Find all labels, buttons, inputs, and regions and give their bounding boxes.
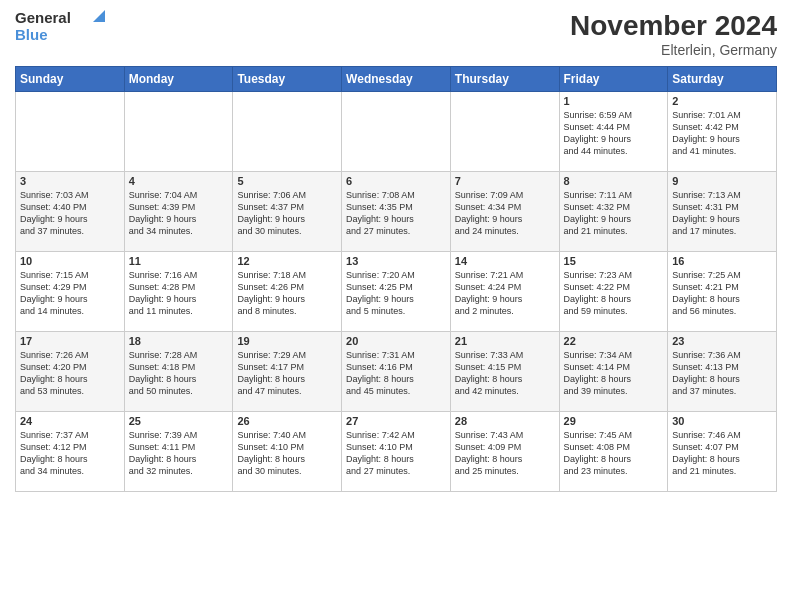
day-info: Sunrise: 7:37 AM Sunset: 4:12 PM Dayligh… (20, 429, 120, 478)
day-number: 18 (129, 335, 229, 347)
location: Elterlein, Germany (570, 42, 777, 58)
day-info: Sunrise: 7:25 AM Sunset: 4:21 PM Dayligh… (672, 269, 772, 318)
day-number: 14 (455, 255, 555, 267)
day-number: 4 (129, 175, 229, 187)
day-number: 13 (346, 255, 446, 267)
day-number: 19 (237, 335, 337, 347)
logo: General Blue (15, 10, 105, 54)
header-sunday: Sunday (16, 67, 125, 92)
cell-w4-d3: 19Sunrise: 7:29 AM Sunset: 4:17 PM Dayli… (233, 332, 342, 412)
week-row-5: 24Sunrise: 7:37 AM Sunset: 4:12 PM Dayli… (16, 412, 777, 492)
calendar: SundayMondayTuesdayWednesdayThursdayFrid… (15, 66, 777, 492)
day-number: 30 (672, 415, 772, 427)
day-info: Sunrise: 7:15 AM Sunset: 4:29 PM Dayligh… (20, 269, 120, 318)
day-number: 11 (129, 255, 229, 267)
day-number: 3 (20, 175, 120, 187)
day-info: Sunrise: 7:06 AM Sunset: 4:37 PM Dayligh… (237, 189, 337, 238)
day-number: 26 (237, 415, 337, 427)
day-info: Sunrise: 7:43 AM Sunset: 4:09 PM Dayligh… (455, 429, 555, 478)
cell-w3-d2: 11Sunrise: 7:16 AM Sunset: 4:28 PM Dayli… (124, 252, 233, 332)
cell-w2-d1: 3Sunrise: 7:03 AM Sunset: 4:40 PM Daylig… (16, 172, 125, 252)
cell-w5-d7: 30Sunrise: 7:46 AM Sunset: 4:07 PM Dayli… (668, 412, 777, 492)
logo-block: General Blue (15, 10, 105, 54)
day-info: Sunrise: 7:04 AM Sunset: 4:39 PM Dayligh… (129, 189, 229, 238)
title-section: November 2024 Elterlein, Germany (570, 10, 777, 58)
day-info: Sunrise: 7:20 AM Sunset: 4:25 PM Dayligh… (346, 269, 446, 318)
day-info: Sunrise: 7:28 AM Sunset: 4:18 PM Dayligh… (129, 349, 229, 398)
header-thursday: Thursday (450, 67, 559, 92)
day-info: Sunrise: 7:40 AM Sunset: 4:10 PM Dayligh… (237, 429, 337, 478)
cell-w5-d3: 26Sunrise: 7:40 AM Sunset: 4:10 PM Dayli… (233, 412, 342, 492)
day-number: 15 (564, 255, 664, 267)
day-number: 7 (455, 175, 555, 187)
day-info: Sunrise: 7:31 AM Sunset: 4:16 PM Dayligh… (346, 349, 446, 398)
cell-w4-d7: 23Sunrise: 7:36 AM Sunset: 4:13 PM Dayli… (668, 332, 777, 412)
day-info: Sunrise: 7:13 AM Sunset: 4:31 PM Dayligh… (672, 189, 772, 238)
day-info: Sunrise: 7:23 AM Sunset: 4:22 PM Dayligh… (564, 269, 664, 318)
day-number: 28 (455, 415, 555, 427)
page: General Blue November 2024 Elterlein, Ge… (0, 0, 792, 612)
cell-w4-d6: 22Sunrise: 7:34 AM Sunset: 4:14 PM Dayli… (559, 332, 668, 412)
week-row-3: 10Sunrise: 7:15 AM Sunset: 4:29 PM Dayli… (16, 252, 777, 332)
day-number: 10 (20, 255, 120, 267)
day-number: 22 (564, 335, 664, 347)
day-number: 1 (564, 95, 664, 107)
day-number: 21 (455, 335, 555, 347)
day-info: Sunrise: 7:16 AM Sunset: 4:28 PM Dayligh… (129, 269, 229, 318)
cell-w4-d2: 18Sunrise: 7:28 AM Sunset: 4:18 PM Dayli… (124, 332, 233, 412)
day-number: 12 (237, 255, 337, 267)
cell-w3-d5: 14Sunrise: 7:21 AM Sunset: 4:24 PM Dayli… (450, 252, 559, 332)
day-number: 6 (346, 175, 446, 187)
cell-w2-d5: 7Sunrise: 7:09 AM Sunset: 4:34 PM Daylig… (450, 172, 559, 252)
week-row-2: 3Sunrise: 7:03 AM Sunset: 4:40 PM Daylig… (16, 172, 777, 252)
day-info: Sunrise: 7:26 AM Sunset: 4:20 PM Dayligh… (20, 349, 120, 398)
cell-w2-d2: 4Sunrise: 7:04 AM Sunset: 4:39 PM Daylig… (124, 172, 233, 252)
day-info: Sunrise: 7:21 AM Sunset: 4:24 PM Dayligh… (455, 269, 555, 318)
day-info: Sunrise: 7:08 AM Sunset: 4:35 PM Dayligh… (346, 189, 446, 238)
header: General Blue November 2024 Elterlein, Ge… (15, 10, 777, 58)
day-info: Sunrise: 7:36 AM Sunset: 4:13 PM Dayligh… (672, 349, 772, 398)
month-title: November 2024 (570, 10, 777, 42)
day-number: 25 (129, 415, 229, 427)
cell-w3-d4: 13Sunrise: 7:20 AM Sunset: 4:25 PM Dayli… (342, 252, 451, 332)
day-number: 5 (237, 175, 337, 187)
cell-w2-d6: 8Sunrise: 7:11 AM Sunset: 4:32 PM Daylig… (559, 172, 668, 252)
header-saturday: Saturday (668, 67, 777, 92)
day-info: Sunrise: 7:46 AM Sunset: 4:07 PM Dayligh… (672, 429, 772, 478)
day-info: Sunrise: 7:34 AM Sunset: 4:14 PM Dayligh… (564, 349, 664, 398)
day-info: Sunrise: 7:03 AM Sunset: 4:40 PM Dayligh… (20, 189, 120, 238)
day-info: Sunrise: 7:29 AM Sunset: 4:17 PM Dayligh… (237, 349, 337, 398)
header-tuesday: Tuesday (233, 67, 342, 92)
cell-w4-d1: 17Sunrise: 7:26 AM Sunset: 4:20 PM Dayli… (16, 332, 125, 412)
header-monday: Monday (124, 67, 233, 92)
day-info: Sunrise: 7:11 AM Sunset: 4:32 PM Dayligh… (564, 189, 664, 238)
header-friday: Friday (559, 67, 668, 92)
cell-w5-d6: 29Sunrise: 7:45 AM Sunset: 4:08 PM Dayli… (559, 412, 668, 492)
cell-w4-d5: 21Sunrise: 7:33 AM Sunset: 4:15 PM Dayli… (450, 332, 559, 412)
cell-w1-d3 (233, 92, 342, 172)
day-number: 16 (672, 255, 772, 267)
header-wednesday: Wednesday (342, 67, 451, 92)
day-number: 17 (20, 335, 120, 347)
day-number: 8 (564, 175, 664, 187)
day-number: 9 (672, 175, 772, 187)
cell-w3-d1: 10Sunrise: 7:15 AM Sunset: 4:29 PM Dayli… (16, 252, 125, 332)
cell-w5-d4: 27Sunrise: 7:42 AM Sunset: 4:10 PM Dayli… (342, 412, 451, 492)
cell-w2-d7: 9Sunrise: 7:13 AM Sunset: 4:31 PM Daylig… (668, 172, 777, 252)
cell-w2-d4: 6Sunrise: 7:08 AM Sunset: 4:35 PM Daylig… (342, 172, 451, 252)
cell-w1-d7: 2Sunrise: 7:01 AM Sunset: 4:42 PM Daylig… (668, 92, 777, 172)
calendar-header-row: SundayMondayTuesdayWednesdayThursdayFrid… (16, 67, 777, 92)
day-info: Sunrise: 7:42 AM Sunset: 4:10 PM Dayligh… (346, 429, 446, 478)
cell-w3-d6: 15Sunrise: 7:23 AM Sunset: 4:22 PM Dayli… (559, 252, 668, 332)
day-number: 24 (20, 415, 120, 427)
day-info: Sunrise: 7:01 AM Sunset: 4:42 PM Dayligh… (672, 109, 772, 158)
cell-w1-d2 (124, 92, 233, 172)
cell-w1-d4 (342, 92, 451, 172)
day-info: Sunrise: 6:59 AM Sunset: 4:44 PM Dayligh… (564, 109, 664, 158)
day-info: Sunrise: 7:39 AM Sunset: 4:11 PM Dayligh… (129, 429, 229, 478)
cell-w3-d7: 16Sunrise: 7:25 AM Sunset: 4:21 PM Dayli… (668, 252, 777, 332)
day-number: 2 (672, 95, 772, 107)
cell-w5-d2: 25Sunrise: 7:39 AM Sunset: 4:11 PM Dayli… (124, 412, 233, 492)
day-info: Sunrise: 7:09 AM Sunset: 4:34 PM Dayligh… (455, 189, 555, 238)
day-number: 20 (346, 335, 446, 347)
